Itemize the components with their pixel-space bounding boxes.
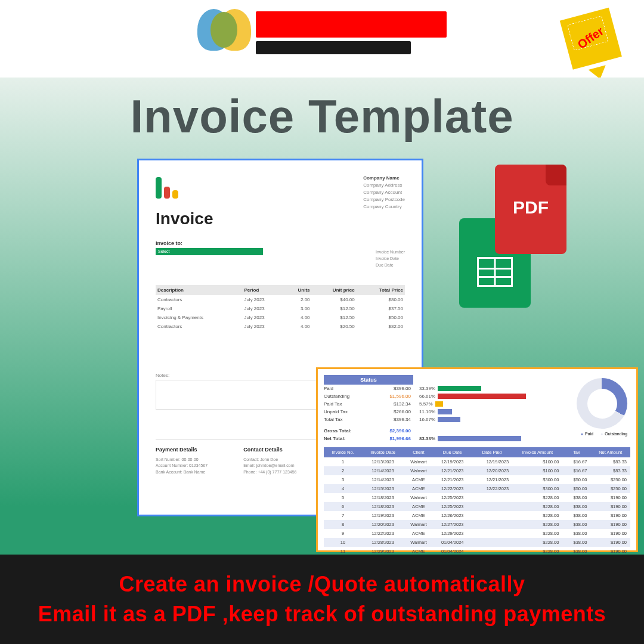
invoice-line-table: DescriptionPeriodUnitsUnit priceTotal Pr…: [156, 285, 405, 331]
invoice-meta: Invoice Number Invoice Date Due Date: [376, 249, 405, 269]
dashboard-panel: Status PaidOutstandingPaid TaxUnpaid Tax…: [316, 367, 638, 552]
invoice-to-select: Select: [156, 248, 263, 255]
invoice-tracking-table: Invoice No.Invoice DateClientDue DateDat…: [324, 447, 630, 556]
file-icons: PDF: [495, 165, 566, 254]
footer-banner: Create an invoice /Quote automatically E…: [0, 555, 644, 644]
payment-details: Payment Details Sort Number: 00-00-00 Ac…: [156, 446, 208, 475]
contact-details: Contact Details Contact: John Doe Email:…: [243, 446, 296, 475]
status-header: Status: [324, 375, 413, 385]
chart-legend: Paid Outstanding: [581, 432, 627, 436]
document-stack: PDF Company Name Company Address Company…: [137, 159, 507, 540]
company-block: Company Name Company Address Company Acc…: [363, 175, 405, 210]
invoice-to-label: Invoice to:: [156, 240, 405, 246]
brand-text: [256, 11, 447, 54]
donut-chart: [577, 378, 627, 429]
hero-section: Invoice Template PDF Company Name Compan…: [0, 78, 644, 555]
brand-logo: [197, 6, 447, 60]
header: Offer: [0, 0, 644, 78]
footer-line-1: Create an invoice /Quote automatically: [119, 572, 525, 597]
brand-icon: [197, 6, 251, 60]
hero-title: Invoice Template: [130, 89, 513, 144]
offer-tag: Offer: [560, 5, 633, 78]
invoice-heading: Invoice: [156, 209, 405, 228]
footer-line-2: Email it as a PDF ,keep track of outstan…: [38, 602, 606, 627]
pdf-icon: PDF: [495, 165, 566, 254]
